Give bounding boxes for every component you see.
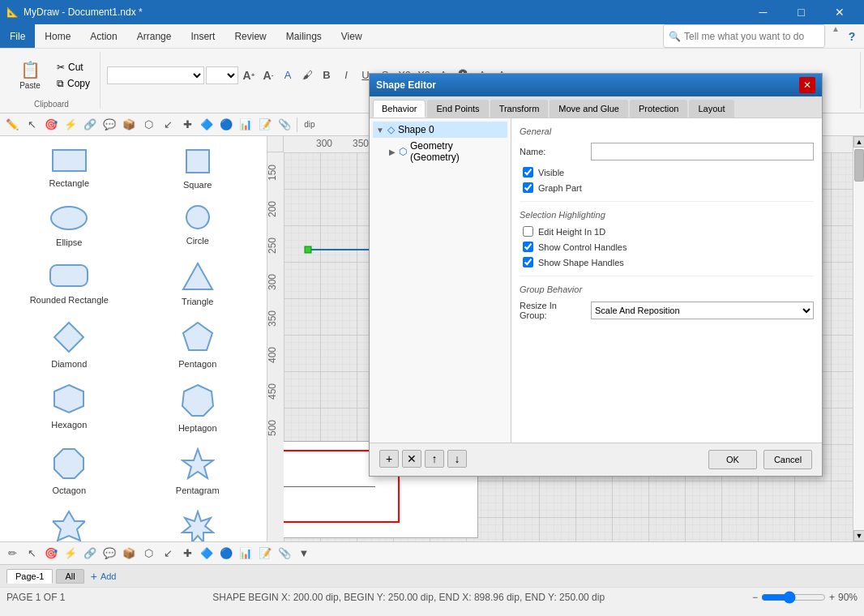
control-handles-checkbox[interactable]: [523, 242, 533, 252]
shape-handles-checkbox[interactable]: [523, 257, 533, 267]
attach-tool[interactable]: 📎: [276, 545, 293, 563]
tool7[interactable]: 📦: [120, 116, 138, 134]
delete-item-button[interactable]: ✕: [402, 450, 421, 468]
search-input[interactable]: [684, 31, 819, 42]
shape-diamond[interactable]: Diamond: [6, 315, 132, 374]
add-tool[interactable]: ✚: [178, 545, 196, 563]
callout-tool[interactable]: 💬: [101, 545, 118, 563]
menu-action[interactable]: Action: [80, 24, 126, 48]
tool6[interactable]: 💬: [101, 116, 118, 134]
menu-arrange[interactable]: Arrange: [127, 24, 182, 48]
dialog-close-button[interactable]: ✕: [799, 77, 815, 93]
tool12[interactable]: 🔵: [217, 116, 235, 134]
link-tool[interactable]: 🔗: [81, 545, 99, 563]
font-size-selector[interactable]: [206, 66, 238, 84]
menu-home[interactable]: Home: [35, 24, 80, 48]
shape-heptagram[interactable]: Heptagram: [135, 504, 261, 541]
add-item-button[interactable]: +: [379, 450, 399, 468]
tab-protection[interactable]: Protection: [630, 100, 688, 118]
name-input[interactable]: [591, 143, 814, 160]
tool5[interactable]: 🔗: [81, 116, 99, 134]
help-button[interactable]: ?: [840, 24, 864, 49]
tool13[interactable]: 📊: [237, 116, 254, 134]
copy-button[interactable]: ⧉ Copy: [53, 76, 93, 91]
lightning-tool[interactable]: ⚡: [62, 545, 79, 563]
edit-height-checkbox[interactable]: [523, 226, 533, 237]
bold-button[interactable]: B: [318, 66, 336, 84]
move-up-button[interactable]: ↑: [425, 450, 444, 468]
shape-ellipse[interactable]: Ellipse: [6, 199, 132, 253]
page-tab-all[interactable]: All: [56, 569, 83, 584]
chart-tool[interactable]: 📊: [237, 545, 254, 563]
zoom-slider[interactable]: [761, 591, 826, 604]
scroll-up[interactable]: ▲: [853, 136, 864, 148]
menu-file[interactable]: File: [0, 24, 35, 48]
menu-review[interactable]: Review: [225, 24, 276, 48]
font-family-selector[interactable]: [107, 66, 204, 84]
tool4[interactable]: ⚡: [62, 116, 79, 134]
scroll-thumb[interactable]: [854, 149, 864, 182]
zoom-fit[interactable]: dip: [301, 116, 319, 134]
menu-mailings[interactable]: Mailings: [276, 24, 331, 48]
highlight-button[interactable]: 🖌: [298, 66, 316, 84]
tree-item-geometry[interactable]: ▶ ⬡ Geometry (Geometry): [373, 138, 507, 165]
grow-font-button[interactable]: A+: [240, 66, 258, 84]
shape-pentagon[interactable]: Pentagon: [135, 315, 261, 374]
tab-move-glue[interactable]: Move and Glue: [550, 100, 628, 118]
menu-insert[interactable]: Insert: [181, 24, 225, 48]
box-tool[interactable]: 📦: [120, 545, 138, 563]
shape-hexagon[interactable]: Hexagon: [6, 378, 132, 438]
shape-rectangle[interactable]: Rectangle: [6, 143, 132, 195]
cancel-button[interactable]: Cancel: [763, 450, 812, 469]
tab-layout[interactable]: Layout: [689, 100, 734, 118]
tool14[interactable]: 📝: [256, 116, 274, 134]
tool9[interactable]: ↙: [159, 116, 177, 134]
tab-transform[interactable]: Transform: [490, 100, 549, 118]
graph-part-checkbox[interactable]: [523, 182, 533, 193]
shape-octagon[interactable]: Octagon: [6, 442, 132, 501]
resize-group-select[interactable]: Scale And Reposition Scale Reposition No…: [591, 302, 814, 319]
shape-hexagram[interactable]: Hexagram: [6, 504, 132, 541]
tool8[interactable]: ⬡: [139, 116, 157, 134]
shape-heptagon[interactable]: Heptagon: [135, 378, 261, 438]
shape-tool-2[interactable]: 🔷: [198, 545, 216, 563]
page-tab-1[interactable]: Page-1: [6, 569, 53, 584]
select-btn[interactable]: ↖: [23, 116, 41, 134]
circle-tool[interactable]: 🔵: [217, 545, 235, 563]
menu-view[interactable]: View: [331, 24, 372, 48]
add-page-btn[interactable]: + Add: [91, 570, 117, 583]
polygon-tool[interactable]: ⬡: [139, 545, 157, 563]
cut-button[interactable]: ✂ Cut: [53, 60, 93, 75]
zoom-out-btn[interactable]: −: [752, 592, 758, 603]
draw-tool[interactable]: ✏: [3, 545, 21, 563]
font-color-picker[interactable]: A: [279, 66, 297, 84]
search-box[interactable]: 🔍: [663, 24, 825, 48]
shape-circle[interactable]: Circle: [135, 199, 261, 253]
edit-mode-btn[interactable]: ✏️: [3, 116, 21, 134]
shape-square[interactable]: Square: [135, 143, 261, 195]
italic-button[interactable]: I: [337, 66, 355, 84]
minimize-button[interactable]: ─: [745, 0, 781, 24]
zoom-in-btn[interactable]: +: [829, 592, 835, 603]
shape-pentagram[interactable]: Pentagram: [135, 442, 261, 501]
shape-triangle[interactable]: Triangle: [135, 256, 261, 312]
resize-tool[interactable]: ↙: [159, 545, 177, 563]
connector-tool[interactable]: 🎯: [42, 545, 60, 563]
shrink-font-button[interactable]: A-: [259, 66, 277, 84]
tool3[interactable]: 🎯: [42, 116, 60, 134]
maximize-button[interactable]: □: [783, 0, 819, 24]
scroll-down[interactable]: ▼: [853, 530, 864, 541]
note-tool[interactable]: 📝: [256, 545, 274, 563]
tree-item-shape0[interactable]: ▼ ◇ Shape 0: [373, 122, 507, 138]
tool10[interactable]: ✚: [178, 116, 196, 134]
tool15[interactable]: 📎: [276, 116, 293, 134]
tool11[interactable]: 🔷: [198, 116, 216, 134]
select-tool[interactable]: ↖: [23, 545, 41, 563]
tab-behavior[interactable]: Behavior: [373, 100, 426, 118]
move-down-button[interactable]: ↓: [447, 450, 467, 468]
shape-rounded-rect[interactable]: Rounded Rectangle: [6, 256, 132, 312]
paste-button[interactable]: 📋 Paste: [10, 57, 50, 93]
close-button[interactable]: ✕: [821, 0, 858, 24]
more-tool[interactable]: ▼: [295, 545, 313, 563]
ok-button[interactable]: OK: [708, 450, 757, 469]
